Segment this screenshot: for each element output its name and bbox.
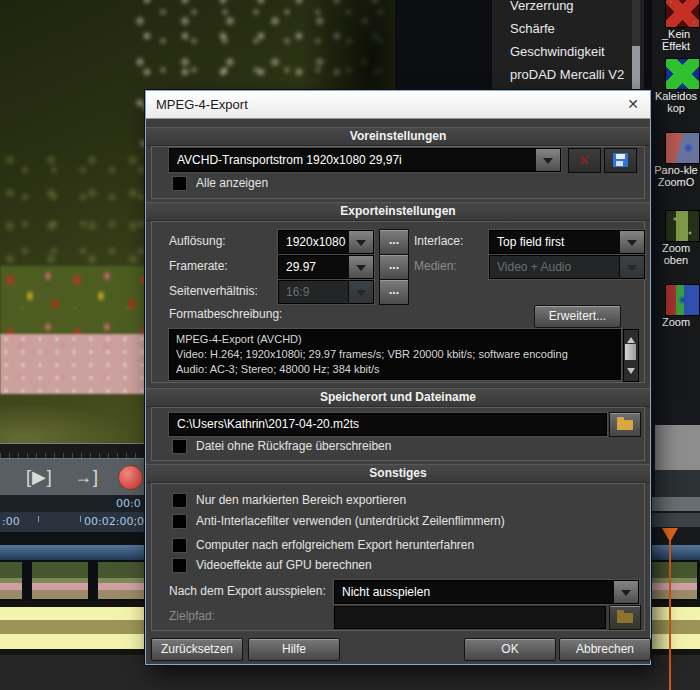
effects-panel: _Kein Effekt Kaleidos kop Pano-kle ZoomO… — [652, 0, 700, 400]
dialog-title: MPEG-4-Export — [156, 91, 248, 118]
reset-button[interactable]: Zurücksetzen — [151, 638, 243, 661]
kaleidoscope-icon[interactable] — [665, 58, 700, 90]
resolution-dropdown[interactable]: 1920x1080 — [278, 230, 374, 254]
play-after-dropdown[interactable]: Nicht ausspielen — [334, 580, 639, 604]
preset-dropdown[interactable]: AVCHD-Transportstrom 1920x1080 29,97i — [169, 148, 561, 172]
play-range-icon[interactable]: [▶] — [26, 466, 53, 488]
no-effect-icon[interactable] — [665, 0, 700, 28]
right-gray-block — [655, 425, 700, 470]
menu-item-prodad-mercalli[interactable]: proDAD Mercalli V2 — [492, 63, 644, 86]
interlace-dropdown[interactable]: Top field first — [489, 230, 645, 254]
effect-label: Pano-kle ZoomO — [653, 164, 699, 188]
browse-folder-button[interactable] — [609, 412, 641, 437]
photo-grass — [0, 405, 130, 443]
clip-timecode: 00:0 — [116, 497, 141, 510]
playhead-marker[interactable] — [662, 528, 678, 542]
ruler-mark-label: 00:02:00;00 — [84, 515, 151, 528]
folder-icon — [617, 613, 633, 623]
overwrite-checkbox[interactable] — [172, 439, 187, 454]
dialog-titlebar[interactable]: MPEG-4-Export ✕ — [146, 91, 650, 119]
menu-scrollbar-thumb[interactable] — [632, 46, 640, 96]
effect-label: Zoom oben — [653, 242, 699, 266]
play-after-value: Nicht ausspielen — [342, 581, 612, 603]
desc-line: Audio: AC-3; Stereo; 48000 Hz; 384 kbit/… — [176, 362, 612, 377]
anti-interlace-label: Anti-Interlacefilter verwenden (unterdrü… — [196, 513, 505, 529]
jump-to-end-icon[interactable]: →] — [74, 466, 99, 488]
menu-scrollbar[interactable] — [632, 0, 640, 96]
scroll-down-icon[interactable] — [627, 368, 635, 378]
menu-item-geschwindigkeit[interactable]: Geschwindigkeit — [492, 40, 644, 63]
effect-label: _Kein Effekt — [653, 28, 699, 52]
clip-thumbnail[interactable] — [32, 562, 88, 599]
record-button[interactable] — [118, 465, 143, 490]
effect-label: Kaleidos kop — [653, 90, 699, 114]
media-label: Medien: — [414, 255, 457, 277]
advanced-button[interactable]: Erweitert... — [534, 305, 621, 328]
cancel-button[interactable]: Abbrechen — [559, 638, 651, 661]
resolution-value: 1920x1080 — [286, 231, 347, 253]
chevron-down-icon[interactable] — [535, 149, 560, 171]
show-all-checkbox[interactable] — [172, 176, 187, 191]
export-section-header: Exporteinstellungen — [146, 202, 650, 221]
ruler-end-cap — [652, 497, 700, 511]
chevron-down-icon[interactable] — [348, 231, 373, 253]
aspect-value: 16:9 — [286, 281, 347, 303]
pano-zoom-icon[interactable] — [665, 132, 700, 164]
gpu-effects-checkbox[interactable] — [172, 558, 187, 573]
file-path-input[interactable]: C:\Users\Kathrin\2017-04-20.m2ts — [169, 413, 607, 436]
play-after-label: Nach dem Export ausspielen: — [169, 580, 326, 602]
framerate-value: 29.97 — [286, 256, 347, 278]
ruler-start-label: :00 — [2, 515, 20, 528]
chevron-down-icon — [619, 256, 644, 278]
framerate-dropdown[interactable]: 29.97 — [278, 255, 374, 279]
interlace-label: Interlace: — [414, 230, 463, 252]
ok-button[interactable]: OK — [464, 638, 556, 661]
aspect-more-button[interactable]: ... — [379, 279, 409, 305]
chevron-down-icon[interactable] — [619, 231, 644, 253]
scroll-up-icon[interactable] — [627, 333, 635, 343]
media-value: Video + Audio — [497, 256, 618, 278]
clip-thumbnail[interactable] — [0, 562, 22, 599]
folder-icon — [617, 420, 633, 430]
zoom-icon[interactable] — [665, 284, 700, 316]
shutdown-checkbox[interactable] — [172, 538, 187, 553]
destination-section-header: Speicherort und Dateiname — [146, 388, 650, 407]
menu-item-verzerrung[interactable]: Verzerrung — [492, 0, 644, 17]
target-path-label: Zielpfad: — [169, 605, 215, 627]
menu-item-schaerfe[interactable]: Schärfe — [492, 17, 644, 40]
gpu-effects-label: Videoeffekte auf GPU berechnen — [196, 557, 372, 573]
target-browse-button — [609, 605, 641, 630]
clip-thumbnail[interactable] — [652, 562, 697, 599]
close-icon[interactable]: ✕ — [624, 95, 642, 113]
playhead-line[interactable] — [669, 541, 671, 690]
save-preset-button[interactable] — [604, 148, 637, 173]
chevron-down-icon — [348, 281, 373, 303]
effects-context-menu: Verzerrung Schärfe Geschwindigkeit proDA… — [492, 0, 644, 96]
chevron-down-icon[interactable] — [348, 256, 373, 278]
export-range-checkbox[interactable] — [172, 493, 187, 508]
resolution-more-button[interactable]: ... — [379, 229, 409, 255]
misc-section-header: Sonstiges — [146, 464, 650, 483]
help-button[interactable]: Hilfe — [248, 638, 340, 661]
overwrite-label: Datei ohne Rückfrage überschreiben — [196, 438, 391, 454]
zoom-top-icon[interactable] — [665, 210, 700, 242]
mpeg4-export-dialog: MPEG-4-Export ✕ Voreinstellungen AVCHD-T… — [145, 90, 651, 665]
description-scrollbar[interactable] — [623, 329, 639, 382]
resolution-label: Auflösung: — [169, 230, 226, 252]
show-all-label: Alle anzeigen — [196, 175, 268, 191]
format-description-box: MPEG-4-Export (AVCHD) Video: H.264; 1920… — [169, 329, 621, 380]
delete-x-icon: ✕ — [569, 149, 600, 172]
interlace-value: Top field first — [497, 231, 618, 253]
media-dropdown: Video + Audio — [489, 255, 645, 279]
effect-label: Zoom — [653, 316, 699, 328]
anti-interlace-checkbox[interactable] — [172, 514, 187, 529]
export-range-label: Nur den markierten Bereich exportieren — [196, 492, 406, 508]
chevron-down-icon[interactable] — [613, 581, 638, 603]
desc-line: MPEG-4-Export (AVCHD) — [176, 332, 612, 347]
framerate-more-button[interactable]: ... — [379, 254, 409, 280]
ruler-end-cap — [652, 513, 700, 527]
scrollbar-thumb[interactable] — [625, 344, 636, 360]
desc-line: Video: H.264; 1920x1080i; 29.97 frames/s… — [176, 347, 612, 362]
target-path-input — [334, 606, 606, 629]
aspect-label: Seitenverhältnis: — [169, 280, 258, 302]
